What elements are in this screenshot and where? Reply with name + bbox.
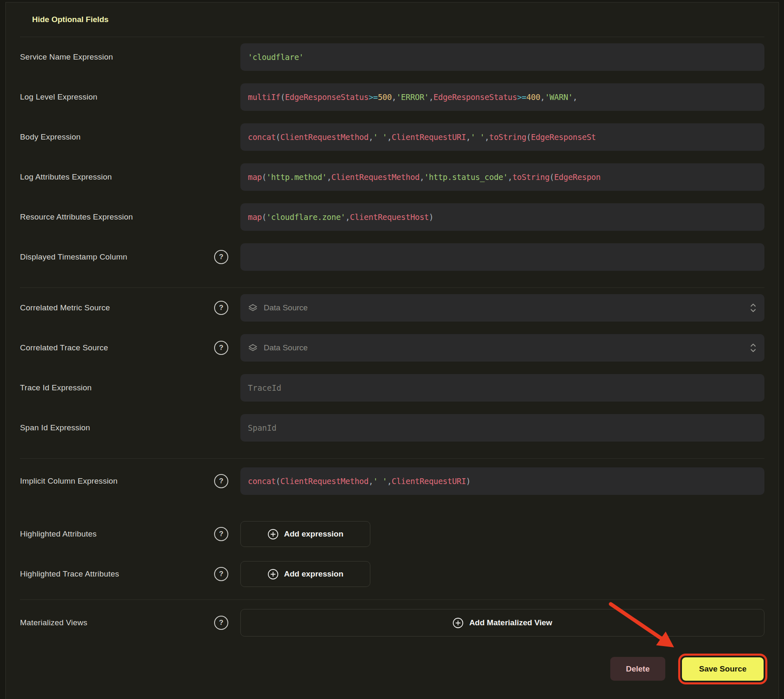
field-label: Displayed Timestamp Column xyxy=(20,252,127,262)
label-cell: Log Attributes Expression xyxy=(20,172,240,182)
field-label: Log Level Expression xyxy=(20,92,97,102)
field-label: Implicit Column Expression xyxy=(20,477,117,486)
service-name-expression-input[interactable]: 'cloudflare' xyxy=(240,43,764,71)
label-cell: Trace Id Expression xyxy=(20,383,240,392)
add-expression-label: Add expression xyxy=(284,529,344,539)
field-row-log-attributes: Log Attributes Expression map('http.meth… xyxy=(20,157,764,197)
field-row-span-id: Span Id Expression xyxy=(20,408,764,448)
hide-optional-fields-toggle[interactable]: Hide Optional Fields xyxy=(32,15,109,24)
body-expression-input[interactable]: concat(ClientRequestMethod, ' ', ClientR… xyxy=(240,123,764,151)
plus-circle-icon xyxy=(267,529,279,540)
field-label: Highlighted Trace Attributes xyxy=(20,569,119,579)
field-row-materialized-views: Materialized Views ? Add Materialized Vi… xyxy=(20,600,764,646)
layers-icon xyxy=(248,343,258,353)
label-cell: Correlated Metric Source ? xyxy=(20,301,240,315)
add-expression-label: Add expression xyxy=(284,569,344,579)
resource-attributes-expression-input[interactable]: map('cloudflare.zone', ClientRequestHost… xyxy=(240,203,764,231)
field-row-displayed-timestamp: Displayed Timestamp Column ? xyxy=(20,237,764,277)
chevron-up-down-icon xyxy=(749,342,757,353)
log-level-expression-input[interactable]: multiIf(EdgeResponseStatus >= 500, 'ERRO… xyxy=(240,83,764,111)
correlated-metric-source-select[interactable]: Data Source xyxy=(240,294,764,322)
label-cell: Resource Attributes Expression xyxy=(20,212,240,222)
field-row-resource-attributes: Resource Attributes Expression map('clou… xyxy=(20,197,764,237)
plus-circle-icon xyxy=(267,569,279,580)
field-row-trace-id: Trace Id Expression xyxy=(20,368,764,408)
field-label: Log Attributes Expression xyxy=(20,172,112,182)
label-cell: Service Name Expression xyxy=(20,52,240,62)
help-icon[interactable]: ? xyxy=(214,616,228,630)
trace-id-expression-input[interactable] xyxy=(240,374,764,402)
field-row-highlighted-trace-attributes: Highlighted Trace Attributes ? Add expre… xyxy=(20,554,764,594)
add-materialized-view-label: Add Materialized View xyxy=(469,618,552,627)
field-row-highlighted-attributes: Highlighted Attributes ? Add expression xyxy=(20,514,764,554)
field-row-implicit-column: Implicit Column Expression ? concat(Clie… xyxy=(20,459,764,504)
label-cell: Displayed Timestamp Column ? xyxy=(20,250,240,264)
field-label: Correlated Metric Source xyxy=(20,303,110,312)
layers-icon xyxy=(248,303,258,313)
source-settings-screen: Hide Optional Fields Service Name Expres… xyxy=(0,0,784,699)
delete-button[interactable]: Delete xyxy=(610,657,665,681)
field-label: Span Id Expression xyxy=(20,423,90,432)
field-row-log-level: Log Level Expression multiIf(EdgeRespons… xyxy=(20,77,764,117)
optional-fields-panel: Hide Optional Fields Service Name Expres… xyxy=(5,2,779,699)
plus-circle-icon xyxy=(452,617,464,629)
label-cell: Materialized Views ? xyxy=(20,616,240,630)
label-cell: Span Id Expression xyxy=(20,423,240,432)
field-label: Correlated Trace Source xyxy=(20,343,108,352)
label-cell: Log Level Expression xyxy=(20,92,240,102)
correlated-trace-source-select[interactable]: Data Source xyxy=(240,334,764,362)
help-icon[interactable]: ? xyxy=(214,527,228,541)
select-placeholder: Data Source xyxy=(264,343,744,352)
field-row-service-name: Service Name Expression 'cloudflare' xyxy=(20,37,764,77)
label-cell: Correlated Trace Source ? xyxy=(20,341,240,355)
help-icon[interactable]: ? xyxy=(214,341,228,355)
field-label: Body Expression xyxy=(20,132,81,142)
displayed-timestamp-input[interactable] xyxy=(240,243,764,271)
implicit-column-expression-input[interactable]: concat(ClientRequestMethod, ' ', ClientR… xyxy=(240,467,764,495)
field-row-body: Body Expression concat(ClientRequestMeth… xyxy=(20,117,764,157)
label-cell: Highlighted Trace Attributes ? xyxy=(20,567,240,581)
help-icon[interactable]: ? xyxy=(214,474,228,488)
span-id-expression-input[interactable] xyxy=(240,414,764,442)
add-expression-button[interactable]: Add expression xyxy=(240,521,370,547)
field-row-correlated-metric: Correlated Metric Source ? Data Source xyxy=(20,288,764,328)
log-attributes-expression-input[interactable]: map('http.method', ClientRequestMethod, … xyxy=(240,163,764,191)
save-source-button[interactable]: Save Source xyxy=(682,657,764,681)
toggle-row: Hide Optional Fields xyxy=(20,2,764,26)
footer-actions: Delete Save Source xyxy=(20,657,764,681)
select-placeholder: Data Source xyxy=(264,303,744,312)
help-icon[interactable]: ? xyxy=(214,567,228,581)
field-label: Materialized Views xyxy=(20,618,87,627)
label-cell: Implicit Column Expression ? xyxy=(20,474,240,488)
field-label: Trace Id Expression xyxy=(20,383,92,392)
field-row-correlated-trace: Correlated Trace Source ? Data Source xyxy=(20,328,764,368)
add-expression-button[interactable]: Add expression xyxy=(240,561,370,587)
chevron-up-down-icon xyxy=(749,302,757,313)
field-label: Resource Attributes Expression xyxy=(20,212,133,222)
help-icon[interactable]: ? xyxy=(214,301,228,315)
field-label: Highlighted Attributes xyxy=(20,529,97,539)
label-cell: Highlighted Attributes ? xyxy=(20,527,240,541)
field-label: Service Name Expression xyxy=(20,52,113,62)
label-cell: Body Expression xyxy=(20,132,240,142)
help-icon[interactable]: ? xyxy=(214,250,228,264)
add-materialized-view-button[interactable]: Add Materialized View xyxy=(240,609,764,637)
